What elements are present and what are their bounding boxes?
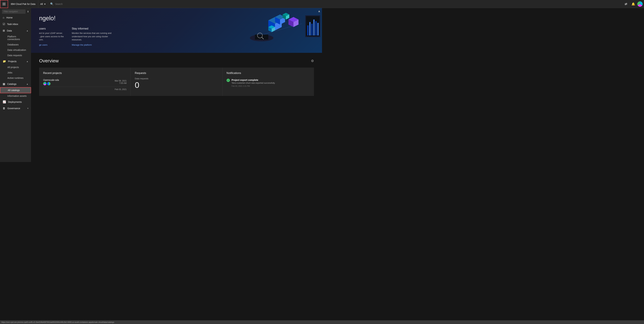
sidebar-item-projects[interactable]: 📁 Projects ▲ — [0, 58, 31, 64]
information-assets-label: Information assets — [8, 95, 26, 97]
overview-cards: Recent projects Openscale-sda Mar 09, 20… — [39, 68, 314, 96]
jobs-label: Jobs — [8, 71, 12, 74]
svg-rect-28 — [317, 23, 319, 35]
sidebar-item-catalogs[interactable]: ▦ Catalogs ▲ — [0, 81, 31, 87]
notifications-title: Notifications — [226, 72, 310, 75]
project-item: Openscale-sda Mar 09, 2021 7:05 AM — [43, 77, 126, 87]
search-icon: 🔍 — [50, 2, 54, 5]
top-navigation: IBM Cloud Pak for Data All ▾ 🔍 ⇄ 🔔 — [0, 0, 322, 8]
overview-section: Overview ⚙ Recent projects Openscale-sda — [31, 53, 322, 101]
projects-icon: 📁 — [3, 60, 6, 63]
notification-item: ✓ Project export complete Telco-customer… — [226, 77, 310, 88]
sidebar-item-platform-connections[interactable]: Platform connections — [0, 34, 31, 42]
sidebar-item-active-runtimes[interactable]: Active runtimes — [0, 75, 31, 81]
platform-connections-label: Platform connections — [8, 35, 28, 40]
project-avatar-2 — [47, 82, 50, 85]
home-icon: ⌂ — [3, 16, 4, 19]
scope-dropdown[interactable]: All ▾ — [38, 0, 48, 8]
main-layout: ⬇ ⌂ Home ☑ Task inbox ⊞ Data ▲ Platform … — [0, 8, 322, 162]
project-date: Mar 09, 2021 7:05 AM — [115, 80, 127, 84]
project-avatar-1 — [43, 82, 46, 85]
active-runtimes-label: Active runtimes — [8, 77, 24, 79]
project-name: Openscale-sda — [43, 79, 59, 81]
data-virtualization-label: Data virtualization — [8, 49, 26, 51]
governance-expand-icon: ▾ — [27, 107, 28, 109]
notification-description: Telco-customer-churn was exported succes… — [232, 82, 275, 84]
svg-rect-25 — [311, 24, 312, 35]
notification-check-icon: ✓ — [226, 79, 230, 82]
hero-card-users-desc: ect to your LDAP server., give users acc… — [39, 31, 64, 41]
svg-rect-27 — [315, 21, 317, 35]
sidebar-item-data-requests[interactable]: Data requests — [0, 53, 31, 58]
sidebar-task-inbox-label: Task inbox — [7, 23, 18, 25]
search-bar: 🔍 — [48, 2, 322, 5]
collapse-all-icon[interactable]: ⬇ — [27, 10, 29, 13]
sidebar-item-all-catalogs[interactable]: All catalogs — [0, 87, 31, 93]
databases-label: Databases — [8, 43, 19, 46]
notification-timestamp: Feb 03, 2021 2:21 PM — [232, 85, 275, 87]
menu-button[interactable] — [0, 0, 8, 8]
overview-settings-button[interactable]: ⚙ — [311, 59, 314, 63]
recent-projects-title: Recent projects — [43, 72, 126, 75]
project-avatars — [43, 82, 59, 85]
project-date-2: Feb 03, 2021 — [115, 88, 127, 91]
sidebar-filter-row: ⬇ — [0, 8, 31, 14]
overview-header: Overview ⚙ — [39, 58, 314, 63]
governance-icon: 🗑 — [3, 107, 5, 110]
manage-users-link[interactable]: ge users — [39, 44, 48, 46]
sidebar-item-deployments[interactable]: 📈 Deployments — [0, 99, 31, 105]
sidebar-item-data-virtualization[interactable]: Data virtualization — [0, 47, 31, 53]
svg-rect-26 — [313, 19, 314, 35]
hero-card-users-title: users — [39, 27, 64, 30]
hero-cards: users ect to your LDAP server., give use… — [39, 27, 119, 46]
svg-rect-23 — [307, 25, 308, 35]
overview-title: Overview — [39, 58, 59, 63]
hamburger-icon — [2, 3, 6, 5]
all-catalogs-label: All catalogs — [8, 89, 20, 92]
sidebar-filter-input[interactable] — [2, 9, 26, 14]
sidebar-catalogs-label: Catalogs — [7, 83, 16, 85]
manage-platform-link[interactable]: Manage the platform — [72, 44, 92, 46]
task-inbox-icon: ☑ — [3, 22, 5, 26]
hero-card-stay-informed-title: Stay informed — [72, 27, 119, 30]
sidebar: ⬇ ⌂ Home ☑ Task inbox ⊞ Data ▲ Platform … — [0, 8, 31, 162]
data-icon: ⊞ — [3, 29, 5, 32]
sidebar-governance-label: Governance — [8, 107, 20, 110]
sidebar-item-jobs[interactable]: Jobs — [0, 70, 31, 75]
project-info: Openscale-sda — [43, 79, 59, 85]
collapse-hero-button[interactable]: ▲ — [318, 9, 321, 13]
sidebar-home-label: Home — [6, 16, 12, 19]
data-expand-icon: ▲ — [26, 29, 28, 32]
project-item-2: Feb 03, 2021 — [43, 87, 126, 92]
sidebar-item-data[interactable]: ⊞ Data ▲ — [0, 27, 31, 34]
sidebar-item-governance[interactable]: 🗑 Governance ▾ — [0, 105, 31, 111]
sidebar-projects-label: Projects — [8, 60, 16, 63]
main-content: ngelo! users ect to your LDAP server., g… — [31, 8, 322, 162]
chevron-down-icon: ▾ — [44, 3, 46, 5]
scope-label: All — [40, 3, 43, 5]
hero-card-stay-informed-desc: Monitor the services that are running an… — [72, 31, 119, 41]
data-requests-label: Data requests — [8, 54, 22, 57]
catalogs-icon: ▦ — [3, 82, 5, 85]
notifications-card: Notifications ✓ Project export complete … — [222, 68, 314, 96]
requests-card: Requests Data requests 0 — [131, 68, 222, 96]
svg-rect-24 — [309, 22, 310, 35]
catalogs-expand-icon: ▲ — [26, 83, 28, 85]
hero-greeting: ngelo! — [39, 15, 119, 22]
hero-section: ngelo! users ect to your LDAP server., g… — [31, 8, 322, 53]
notification-title: Project export complete — [232, 79, 275, 81]
sidebar-item-databases[interactable]: Databases — [0, 42, 31, 47]
requests-count: 0 — [135, 81, 218, 89]
sidebar-deployments-label: Deployments — [8, 101, 22, 103]
deployments-icon: 📈 — [3, 100, 6, 103]
projects-expand-icon: ▲ — [26, 60, 28, 62]
hero-card-users: users ect to your LDAP server., give use… — [39, 27, 64, 46]
sidebar-item-all-projects[interactable]: All projects — [0, 64, 31, 70]
app-title: IBM Cloud Pak for Data — [8, 3, 38, 5]
recent-projects-card: Recent projects Openscale-sda Mar 09, 20… — [39, 68, 130, 96]
search-input[interactable] — [55, 3, 322, 5]
sidebar-item-task-inbox[interactable]: ☑ Task inbox — [0, 21, 31, 27]
sidebar-item-information-assets[interactable]: Information assets — [0, 93, 31, 99]
all-projects-label: All projects — [8, 66, 19, 69]
sidebar-item-home[interactable]: ⌂ Home — [0, 14, 31, 21]
